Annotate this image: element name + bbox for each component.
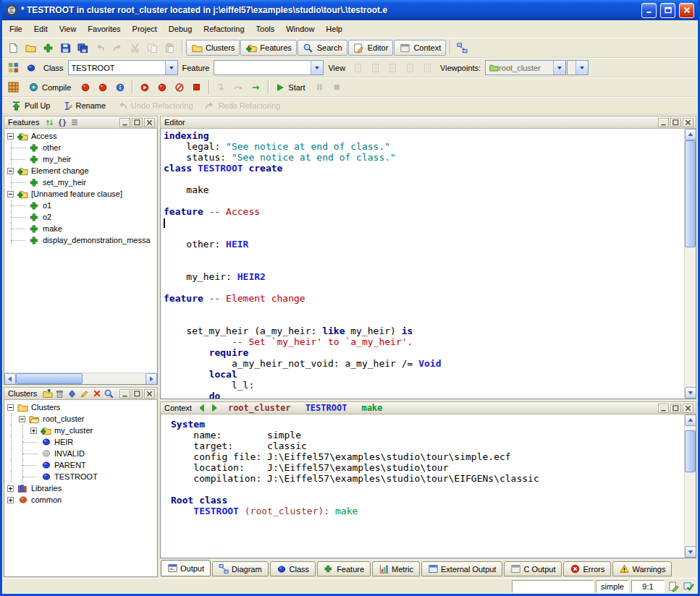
debug-run-icon[interactable] [136,79,153,95]
maximize-button[interactable] [660,3,675,18]
view-flat-icon[interactable] [384,59,401,76]
address-toolbar-icon[interactable] [5,59,22,76]
tab-feature[interactable]: Feature [317,561,371,576]
scroll-down-button[interactable] [685,387,696,399]
undo-refactoring-button[interactable]: Undo Refactoring [111,98,198,114]
find-class-icon[interactable] [103,388,115,399]
paste-icon[interactable] [161,40,178,56]
tree-item[interactable]: other [6,142,157,153]
tree-item[interactable]: display_demonstration_messa [6,234,157,246]
features-button[interactable]: Features [240,40,296,56]
flat-list-icon[interactable] [68,117,80,128]
undo-icon[interactable] [92,40,109,56]
scroll-up-button[interactable] [685,129,696,140]
view-contract-icon[interactable] [402,59,418,76]
features-maximize-button[interactable] [132,118,143,127]
context-minimize-button[interactable] [658,404,669,413]
tree-item[interactable]: HEIR [6,436,157,448]
context-code[interactable]: System name: simple target: classic conf… [161,414,684,558]
view-interface-icon[interactable] [419,59,436,76]
tab-c-output[interactable]: C Output [504,561,562,576]
menu-favorites[interactable]: Favorites [82,22,126,36]
feature-combo-arrow[interactable] [311,61,323,74]
compile-button[interactable]: Compile [22,80,76,95]
tree-item[interactable]: TESTROOT [6,471,157,482]
stop-application-icon[interactable] [188,79,205,95]
clusters-close-button[interactable] [144,389,155,399]
menu-tools[interactable]: Tools [250,22,281,36]
expand-toggle[interactable]: + [7,485,14,492]
project-toolbar-icon[interactable] [5,79,22,95]
tree-item[interactable]: +my_cluster [6,425,157,436]
collapse-toggle[interactable]: − [7,404,14,411]
properties-icon[interactable] [66,388,78,399]
menu-debug[interactable]: Debug [163,22,198,36]
view-basic-icon[interactable] [350,59,366,76]
remove-item-icon[interactable] [54,388,66,399]
breadcrumb-item[interactable]: root_cluster [228,403,291,413]
tree-item[interactable]: o1 [6,200,157,211]
viewpoint-extra-combo-arrow[interactable] [575,61,588,74]
pull-up-button[interactable]: Pull Up [5,98,55,114]
delete-icon[interactable] [90,388,103,399]
features-close-button[interactable] [144,118,155,127]
open-icon[interactable] [22,40,39,56]
editor-minimize-button[interactable] [658,118,669,127]
tree-item[interactable]: −Element change [6,165,157,176]
class-combo-arrow[interactable] [165,61,177,74]
scroll-up-button[interactable] [685,414,696,426]
tab-class[interactable]: Class [270,561,316,576]
editor-maximize-button[interactable] [670,118,681,127]
redo-refactoring-button[interactable]: Redo Refactoring [199,98,286,114]
tab-metric[interactable]: Metric [372,561,420,576]
tree-item[interactable]: −root_cluster [6,413,157,425]
editor-code[interactable]: indexing legal: "See notice at end of cl… [161,129,684,399]
redo-icon[interactable] [109,40,126,56]
stop-icon[interactable] [329,79,345,95]
history-forward-icon[interactable] [208,403,221,414]
collapse-toggle[interactable]: − [7,168,14,174]
cut-icon[interactable] [127,40,143,56]
context-button[interactable]: Context [394,40,446,56]
tree-item[interactable]: PARENT [6,459,157,471]
edit-item-icon[interactable] [78,388,90,399]
scroll-left-button[interactable] [4,373,16,385]
breadcrumb-item[interactable]: TESTROOT [305,403,347,413]
tree-item[interactable]: make [6,223,157,234]
tree-item[interactable]: −Clusters [6,401,157,413]
menu-file[interactable]: File [4,22,28,36]
tree-item[interactable]: +common [6,494,157,506]
scroll-right-button[interactable] [146,373,157,385]
minimize-button[interactable] [641,3,657,18]
rename-button[interactable]: Rename [56,98,111,114]
debug-interrupt-icon[interactable] [153,79,170,95]
copy-icon[interactable] [144,40,161,56]
tab-warnings[interactable]: Warnings [612,561,672,576]
tree-item[interactable]: o2 [6,211,157,223]
menu-view[interactable]: View [54,22,83,36]
scrollbar-thumb[interactable] [685,140,696,247]
viewpoint-extra-combo[interactable] [567,60,589,75]
save-all-icon[interactable] [75,40,91,56]
clusters-maximize-button[interactable] [132,389,143,399]
melt-icon[interactable] [77,79,93,95]
search-button[interactable]: Search [298,40,347,56]
scrollbar-thumb[interactable] [685,430,696,472]
tree-item[interactable]: my_heir [6,153,157,165]
menu-window[interactable]: Window [280,22,320,36]
tab-diagram[interactable]: Diagram [212,561,269,576]
tree-item[interactable]: −[Unnamed feature clause] [6,188,157,200]
context-close-button[interactable] [683,404,693,413]
pause-icon[interactable] [311,79,328,95]
viewpoints-combo[interactable]: root_cluster [485,60,566,75]
start-button[interactable]: Start [272,80,310,95]
view-clickable-icon[interactable] [367,59,384,76]
tree-item[interactable]: INVALID [6,448,157,459]
sort-features-icon[interactable] [43,117,56,128]
menu-help[interactable]: Help [320,22,348,36]
context-vscrollbar[interactable] [684,414,696,558]
tree-item[interactable]: −Access [6,130,157,142]
step-out-icon[interactable] [248,79,264,95]
tab-external-output[interactable]: External Output [421,561,502,576]
tab-errors[interactable]: Errors [563,561,611,576]
